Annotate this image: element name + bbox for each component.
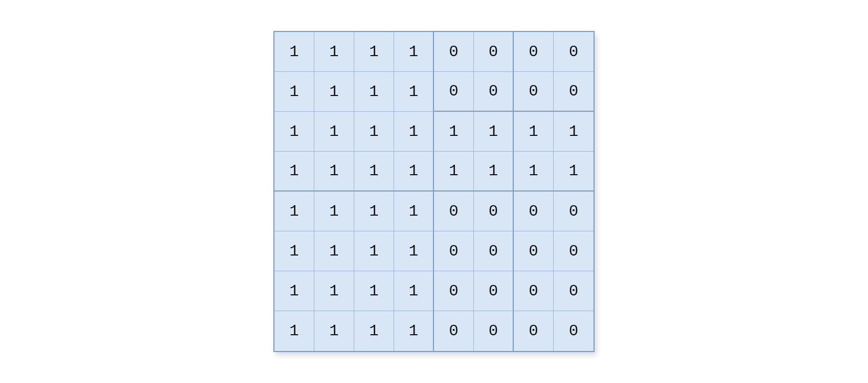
matrix-cell: 0 (474, 32, 514, 72)
matrix-cell: 1 (394, 231, 434, 271)
matrix-cell: 1 (354, 152, 394, 192)
matrix-cell: 1 (314, 311, 354, 351)
matrix-cell: 0 (474, 311, 514, 351)
matrix-cell: 0 (554, 271, 594, 311)
matrix-cell: 0 (514, 271, 554, 311)
matrix-cell: 1 (274, 32, 314, 72)
matrix-cell: 0 (514, 72, 554, 112)
matrix-cell: 0 (474, 72, 514, 112)
matrix-cell: 1 (354, 32, 394, 72)
matrix-cell: 1 (274, 311, 314, 351)
matrix-cell: 1 (274, 72, 314, 112)
matrix-cell: 0 (434, 271, 474, 311)
matrix-cell: 0 (554, 32, 594, 72)
matrix-cell: 1 (314, 231, 354, 271)
diagram-stage: 1111000011110000111111111111111111110000… (0, 0, 868, 383)
matrix-cell: 1 (514, 152, 554, 192)
matrix-cell: 1 (274, 231, 314, 271)
matrix-cell: 1 (354, 192, 394, 231)
matrix-cell: 1 (394, 112, 434, 152)
matrix-cell: 1 (314, 192, 354, 231)
matrix-cell: 0 (554, 231, 594, 271)
matrix-cell: 1 (394, 32, 434, 72)
matrix-cell: 1 (314, 271, 354, 311)
matrix-cell: 0 (514, 231, 554, 271)
matrix-cell: 0 (474, 271, 514, 311)
matrix-cell: 1 (474, 112, 514, 152)
matrix-cell: 1 (354, 311, 394, 351)
matrix-cell: 0 (514, 192, 554, 231)
matrix-cell: 1 (554, 152, 594, 192)
matrix-cell: 1 (274, 192, 314, 231)
matrix-cell: 1 (354, 231, 394, 271)
matrix-container: 1111000011110000111111111111111111110000… (273, 31, 595, 352)
matrix-cell: 1 (514, 112, 554, 152)
matrix-cell: 1 (274, 271, 314, 311)
matrix-cell: 1 (474, 152, 514, 192)
matrix-cell: 1 (274, 152, 314, 192)
binary-matrix: 1111000011110000111111111111111111110000… (273, 31, 595, 352)
matrix-cell: 0 (474, 192, 514, 231)
matrix-cell: 0 (554, 72, 594, 112)
matrix-cell: 0 (554, 192, 594, 231)
matrix-cell: 1 (434, 152, 474, 192)
matrix-cell: 0 (514, 311, 554, 351)
matrix-cell: 0 (434, 72, 474, 112)
matrix-cell: 1 (314, 72, 354, 112)
matrix-cell: 0 (434, 231, 474, 271)
matrix-cell: 1 (394, 311, 434, 351)
matrix-cell: 0 (554, 311, 594, 351)
matrix-cell: 1 (314, 32, 354, 72)
matrix-cell: 0 (434, 192, 474, 231)
matrix-cell: 1 (354, 112, 394, 152)
matrix-cell: 1 (314, 112, 354, 152)
matrix-cell: 0 (434, 32, 474, 72)
matrix-cell: 1 (394, 72, 434, 112)
matrix-cell: 1 (394, 271, 434, 311)
matrix-cell: 1 (274, 112, 314, 152)
matrix-cell: 1 (354, 72, 394, 112)
matrix-cell: 0 (514, 32, 554, 72)
matrix-cell: 1 (394, 192, 434, 231)
matrix-cell: 1 (554, 112, 594, 152)
matrix-cell: 1 (354, 271, 394, 311)
matrix-cell: 0 (474, 231, 514, 271)
matrix-cell: 1 (394, 152, 434, 192)
matrix-cell: 0 (434, 311, 474, 351)
matrix-cell: 1 (434, 112, 474, 152)
matrix-cell: 1 (314, 152, 354, 192)
